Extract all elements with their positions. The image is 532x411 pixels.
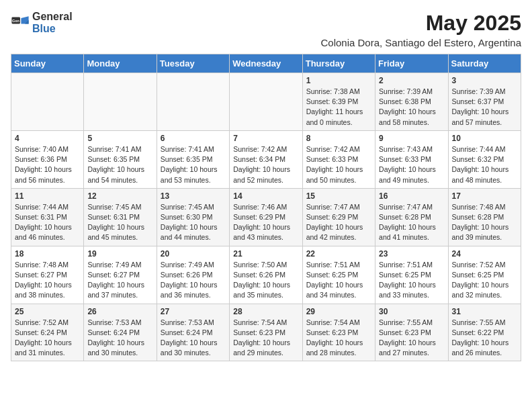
title-block: May 2025 Colonia Dora, Santiago del Este… bbox=[320, 11, 521, 48]
day-info: Sunrise: 7:47 AM Sunset: 6:29 PM Dayligh… bbox=[306, 202, 371, 243]
day-number: 26 bbox=[87, 307, 152, 316]
day-number: 16 bbox=[379, 191, 444, 201]
day-number: 19 bbox=[87, 249, 152, 259]
day-info: Sunrise: 7:40 AM Sunset: 6:36 PM Dayligh… bbox=[15, 144, 80, 185]
calendar-header-tuesday: Tuesday bbox=[157, 54, 229, 73]
day-number: 12 bbox=[87, 191, 152, 201]
calendar-cell: 26Sunrise: 7:53 AM Sunset: 6:24 PM Dayli… bbox=[84, 304, 157, 361]
day-info: Sunrise: 7:42 AM Sunset: 6:33 PM Dayligh… bbox=[306, 144, 371, 185]
day-info: Sunrise: 7:41 AM Sunset: 6:35 PM Dayligh… bbox=[87, 144, 152, 185]
day-number: 9 bbox=[379, 134, 444, 143]
calendar-header-wednesday: Wednesday bbox=[230, 54, 302, 73]
calendar-cell: 27Sunrise: 7:53 AM Sunset: 6:24 PM Dayli… bbox=[157, 304, 229, 361]
calendar-cell: 29Sunrise: 7:54 AM Sunset: 6:23 PM Dayli… bbox=[302, 304, 375, 361]
calendar-cell: 1Sunrise: 7:38 AM Sunset: 6:39 PM Daylig… bbox=[302, 73, 375, 131]
day-number: 10 bbox=[452, 134, 517, 143]
calendar-header-monday: Monday bbox=[84, 54, 157, 73]
calendar-header-friday: Friday bbox=[375, 54, 448, 73]
calendar-cell: 4Sunrise: 7:40 AM Sunset: 6:36 PM Daylig… bbox=[11, 130, 84, 188]
day-info: Sunrise: 7:46 AM Sunset: 6:29 PM Dayligh… bbox=[233, 202, 298, 243]
calendar-header-saturday: Saturday bbox=[448, 54, 521, 73]
calendar-cell: 20Sunrise: 7:49 AM Sunset: 6:26 PM Dayli… bbox=[157, 246, 229, 304]
day-info: Sunrise: 7:53 AM Sunset: 6:24 PM Dayligh… bbox=[87, 318, 152, 359]
calendar-cell: 14Sunrise: 7:46 AM Sunset: 6:29 PM Dayli… bbox=[230, 188, 302, 246]
day-number: 8 bbox=[306, 134, 371, 143]
calendar-header-thursday: Thursday bbox=[302, 54, 375, 73]
svg-text:Gen: Gen bbox=[12, 19, 19, 23]
calendar-week-row: 25Sunrise: 7:52 AM Sunset: 6:24 PM Dayli… bbox=[11, 304, 521, 361]
day-info: Sunrise: 7:49 AM Sunset: 6:26 PM Dayligh… bbox=[161, 260, 226, 301]
day-info: Sunrise: 7:54 AM Sunset: 6:23 PM Dayligh… bbox=[306, 318, 371, 359]
page-header: Gen General Blue May 2025 Colonia Dora, … bbox=[11, 11, 521, 48]
calendar-cell: 15Sunrise: 7:47 AM Sunset: 6:29 PM Dayli… bbox=[302, 188, 375, 246]
calendar-cell: 16Sunrise: 7:47 AM Sunset: 6:28 PM Dayli… bbox=[375, 188, 448, 246]
subtitle: Colonia Dora, Santiago del Estero, Argen… bbox=[320, 37, 521, 48]
day-info: Sunrise: 7:55 AM Sunset: 6:22 PM Dayligh… bbox=[452, 318, 517, 359]
calendar-header-row: SundayMondayTuesdayWednesdayThursdayFrid… bbox=[11, 54, 521, 73]
day-info: Sunrise: 7:51 AM Sunset: 6:25 PM Dayligh… bbox=[306, 260, 371, 301]
day-info: Sunrise: 7:48 AM Sunset: 6:28 PM Dayligh… bbox=[452, 202, 517, 243]
day-info: Sunrise: 7:42 AM Sunset: 6:34 PM Dayligh… bbox=[233, 144, 298, 185]
calendar-week-row: 4Sunrise: 7:40 AM Sunset: 6:36 PM Daylig… bbox=[11, 130, 521, 188]
day-number: 2 bbox=[379, 76, 444, 85]
day-number: 21 bbox=[233, 249, 298, 259]
day-number: 29 bbox=[306, 307, 371, 316]
day-info: Sunrise: 7:48 AM Sunset: 6:27 PM Dayligh… bbox=[15, 260, 80, 301]
day-number: 6 bbox=[161, 134, 226, 143]
calendar-cell: 21Sunrise: 7:50 AM Sunset: 6:26 PM Dayli… bbox=[230, 246, 302, 304]
calendar-cell: 31Sunrise: 7:55 AM Sunset: 6:22 PM Dayli… bbox=[448, 304, 521, 361]
day-info: Sunrise: 7:50 AM Sunset: 6:26 PM Dayligh… bbox=[233, 260, 298, 301]
calendar-cell: 3Sunrise: 7:39 AM Sunset: 6:37 PM Daylig… bbox=[448, 73, 521, 131]
calendar-cell: 17Sunrise: 7:48 AM Sunset: 6:28 PM Dayli… bbox=[448, 188, 521, 246]
calendar-cell: 9Sunrise: 7:43 AM Sunset: 6:33 PM Daylig… bbox=[375, 130, 448, 188]
logo-general-text: General bbox=[32, 11, 73, 23]
day-info: Sunrise: 7:54 AM Sunset: 6:23 PM Dayligh… bbox=[233, 318, 298, 359]
calendar-cell: 22Sunrise: 7:51 AM Sunset: 6:25 PM Dayli… bbox=[302, 246, 375, 304]
calendar-cell bbox=[157, 73, 229, 131]
calendar-cell: 11Sunrise: 7:44 AM Sunset: 6:31 PM Dayli… bbox=[11, 188, 84, 246]
day-number: 11 bbox=[15, 191, 80, 201]
main-title: May 2025 bbox=[320, 11, 521, 36]
day-number: 5 bbox=[87, 134, 152, 143]
calendar-cell: 2Sunrise: 7:39 AM Sunset: 6:38 PM Daylig… bbox=[375, 73, 448, 131]
logo: Gen General Blue bbox=[11, 11, 73, 34]
day-info: Sunrise: 7:39 AM Sunset: 6:38 PM Dayligh… bbox=[379, 87, 444, 128]
calendar-cell: 30Sunrise: 7:55 AM Sunset: 6:23 PM Dayli… bbox=[375, 304, 448, 361]
day-number: 4 bbox=[15, 134, 80, 143]
calendar-cell: 13Sunrise: 7:45 AM Sunset: 6:30 PM Dayli… bbox=[157, 188, 229, 246]
calendar-week-row: 1Sunrise: 7:38 AM Sunset: 6:39 PM Daylig… bbox=[11, 73, 521, 131]
day-number: 14 bbox=[233, 191, 298, 201]
logo-icon: Gen bbox=[11, 13, 30, 32]
calendar-header-sunday: Sunday bbox=[11, 54, 84, 73]
day-info: Sunrise: 7:52 AM Sunset: 6:25 PM Dayligh… bbox=[452, 260, 517, 301]
day-number: 27 bbox=[161, 307, 226, 316]
day-number: 15 bbox=[306, 191, 371, 201]
day-info: Sunrise: 7:45 AM Sunset: 6:31 PM Dayligh… bbox=[87, 202, 152, 243]
calendar-cell: 18Sunrise: 7:48 AM Sunset: 6:27 PM Dayli… bbox=[11, 246, 84, 304]
day-number: 30 bbox=[379, 307, 444, 316]
day-info: Sunrise: 7:43 AM Sunset: 6:33 PM Dayligh… bbox=[379, 144, 444, 185]
calendar-cell: 24Sunrise: 7:52 AM Sunset: 6:25 PM Dayli… bbox=[448, 246, 521, 304]
day-number: 25 bbox=[15, 307, 80, 316]
calendar-cell: 10Sunrise: 7:44 AM Sunset: 6:32 PM Dayli… bbox=[448, 130, 521, 188]
day-number: 17 bbox=[452, 191, 517, 201]
calendar-table: SundayMondayTuesdayWednesdayThursdayFrid… bbox=[11, 54, 521, 361]
day-info: Sunrise: 7:51 AM Sunset: 6:25 PM Dayligh… bbox=[379, 260, 444, 301]
day-number: 13 bbox=[161, 191, 226, 201]
calendar-cell: 28Sunrise: 7:54 AM Sunset: 6:23 PM Dayli… bbox=[230, 304, 302, 361]
day-info: Sunrise: 7:47 AM Sunset: 6:28 PM Dayligh… bbox=[379, 202, 444, 243]
calendar-cell: 12Sunrise: 7:45 AM Sunset: 6:31 PM Dayli… bbox=[84, 188, 157, 246]
calendar-cell bbox=[84, 73, 157, 131]
calendar-cell bbox=[11, 73, 84, 131]
day-number: 18 bbox=[15, 249, 80, 259]
calendar-cell: 8Sunrise: 7:42 AM Sunset: 6:33 PM Daylig… bbox=[302, 130, 375, 188]
day-info: Sunrise: 7:41 AM Sunset: 6:35 PM Dayligh… bbox=[161, 144, 226, 185]
day-number: 22 bbox=[306, 249, 371, 259]
calendar-cell: 6Sunrise: 7:41 AM Sunset: 6:35 PM Daylig… bbox=[157, 130, 229, 188]
calendar-cell: 19Sunrise: 7:49 AM Sunset: 6:27 PM Dayli… bbox=[84, 246, 157, 304]
day-number: 23 bbox=[379, 249, 444, 259]
calendar-cell: 5Sunrise: 7:41 AM Sunset: 6:35 PM Daylig… bbox=[84, 130, 157, 188]
day-info: Sunrise: 7:38 AM Sunset: 6:39 PM Dayligh… bbox=[306, 87, 371, 128]
day-info: Sunrise: 7:55 AM Sunset: 6:23 PM Dayligh… bbox=[379, 318, 444, 359]
day-number: 31 bbox=[452, 307, 517, 316]
